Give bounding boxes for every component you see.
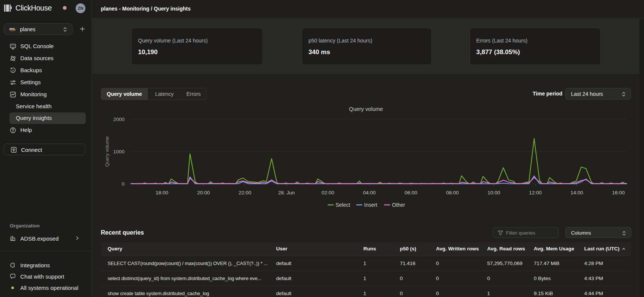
svg-text:Select: Select bbox=[336, 202, 350, 208]
svg-text:Query volume: Query volume bbox=[104, 136, 110, 167]
svg-text:18:00: 18:00 bbox=[156, 190, 169, 195]
svg-text:Insert: Insert bbox=[364, 202, 377, 208]
svg-text:02:00: 02:00 bbox=[322, 190, 334, 195]
svg-text:22:00: 22:00 bbox=[238, 190, 251, 195]
svg-text:Query volume: Query volume bbox=[349, 106, 383, 112]
svg-text:12:00: 12:00 bbox=[529, 190, 542, 195]
svg-text:14:00: 14:00 bbox=[571, 190, 583, 195]
svg-text:28. Jun: 28. Jun bbox=[278, 190, 295, 195]
svg-text:10:00: 10:00 bbox=[488, 190, 500, 195]
svg-text:08:00: 08:00 bbox=[446, 190, 459, 195]
svg-text:2000: 2000 bbox=[113, 117, 125, 122]
svg-text:0: 0 bbox=[122, 181, 125, 187]
svg-text:06:00: 06:00 bbox=[404, 190, 417, 195]
svg-text:16:00: 16:00 bbox=[612, 190, 625, 195]
svg-text:04:00: 04:00 bbox=[363, 190, 376, 195]
svg-text:20:00: 20:00 bbox=[197, 190, 210, 195]
svg-text:aws: aws bbox=[9, 27, 15, 30]
svg-text:Other: Other bbox=[392, 202, 405, 208]
svg-text:1000: 1000 bbox=[113, 149, 125, 155]
